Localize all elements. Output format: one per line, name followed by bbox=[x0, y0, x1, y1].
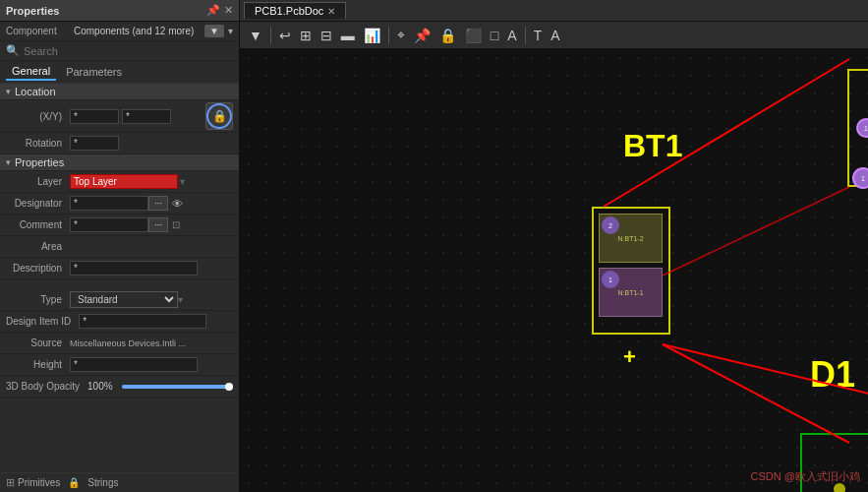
type-select[interactable]: Standard bbox=[70, 291, 178, 308]
pcb-tabbar: PCB1.PcbDoc ✕ bbox=[240, 0, 868, 22]
bt1-pad1-label: N:BT1-1 bbox=[617, 289, 643, 296]
filter-button[interactable]: ▼ bbox=[204, 25, 224, 37]
toolbar-a2-btn[interactable]: A bbox=[548, 26, 562, 45]
tab-general[interactable]: General bbox=[6, 63, 56, 81]
toolbar-back-btn[interactable]: ↩ bbox=[276, 26, 294, 45]
toolbar-text2-btn[interactable]: T bbox=[531, 26, 546, 45]
opacity-bar[interactable] bbox=[122, 385, 233, 389]
panel-controls: 📌 ✕ bbox=[206, 4, 233, 17]
pin-icon[interactable]: 📌 bbox=[206, 4, 220, 17]
search-icon: 🔍 bbox=[6, 44, 20, 57]
section-properties-label: Properties bbox=[15, 156, 64, 168]
spacer bbox=[0, 279, 239, 289]
type-row: Type Standard ▾ bbox=[0, 289, 239, 311]
design-item-row: Design Item ID bbox=[0, 311, 239, 333]
toolbar-chart-btn[interactable]: 📊 bbox=[361, 26, 383, 45]
bt1-component: 2 N:BT1-2 1 N:BT1-1 bbox=[592, 207, 670, 335]
opacity-row: 3D Body Opacity 100% bbox=[0, 376, 239, 398]
designator-label: Designator bbox=[6, 198, 70, 209]
comment-eye-icon[interactable]: ⊡ bbox=[172, 219, 180, 230]
description-input[interactable] bbox=[70, 261, 198, 276]
type-dropdown-arrow-icon: ▾ bbox=[178, 294, 183, 305]
rotation-label: Rotation bbox=[6, 138, 70, 149]
design-item-label: Design Item ID bbox=[6, 316, 79, 327]
tab-strings-label: Strings bbox=[87, 477, 118, 488]
toolbar-bar-btn[interactable]: ▬ bbox=[338, 26, 358, 45]
toolbar-grid2-btn[interactable]: ⊟ bbox=[318, 26, 335, 45]
dropdown-arrow-icon: ▾ bbox=[228, 26, 233, 36]
height-input[interactable] bbox=[70, 357, 198, 372]
comment-input[interactable] bbox=[70, 217, 148, 232]
app-container: Properties 📌 ✕ Component Components (and… bbox=[0, 0, 868, 492]
comment-label: Comment bbox=[6, 219, 70, 230]
layer-select[interactable]: Top Layer bbox=[70, 174, 178, 189]
height-row: Height bbox=[0, 354, 239, 376]
lock-icon: 🔒 bbox=[212, 109, 227, 123]
d1-yellow-dot bbox=[834, 483, 845, 492]
search-row: 🔍 bbox=[0, 41, 239, 61]
section-location[interactable]: ▾ Location bbox=[0, 84, 239, 100]
pcb-toolbar: ▼ ↩ ⊞ ⊟ ▬ 📊 ⌖ 📌 🔒 ⬛ □ A T A bbox=[240, 22, 868, 49]
toolbar-pin-btn[interactable]: 📌 bbox=[411, 26, 434, 45]
toolbar-text-btn[interactable]: A bbox=[504, 26, 519, 45]
toolbar-snap-btn[interactable]: ⌖ bbox=[394, 25, 408, 45]
tab-primitives-label: Primitives bbox=[18, 477, 60, 488]
rotation-input[interactable] bbox=[70, 136, 119, 151]
designator-input[interactable] bbox=[70, 196, 148, 211]
pcb-canvas[interactable]: BT1 2 N:BT1-2 1 N:BT1-1 + bbox=[240, 49, 868, 492]
circle-marker-1: 1 bbox=[602, 271, 619, 288]
properties-panel: Properties 📌 ✕ Component Components (and… bbox=[0, 0, 240, 492]
red-lines-svg bbox=[240, 49, 868, 492]
bt1-plus: + bbox=[623, 344, 636, 370]
close-icon[interactable]: ✕ bbox=[224, 4, 233, 17]
description-row: Description bbox=[0, 258, 239, 279]
section-props-arrow-icon: ▾ bbox=[6, 157, 11, 167]
toolbar-lock-btn[interactable]: 🔒 bbox=[436, 26, 459, 45]
y-input[interactable] bbox=[122, 109, 171, 124]
eye-icon[interactable]: 👁 bbox=[172, 198, 183, 210]
circle-marker-2: 2 bbox=[602, 216, 619, 234]
x-input[interactable] bbox=[70, 109, 119, 124]
design-item-input[interactable] bbox=[79, 314, 206, 329]
opacity-handle[interactable] bbox=[225, 383, 233, 391]
bottom-tabs: ⊞ Primitives 🔒 Strings bbox=[0, 472, 239, 492]
xy-row: (X/Y) 🔒 bbox=[0, 100, 239, 133]
opacity-fill bbox=[122, 385, 233, 389]
toolbar-rect-btn[interactable]: □ bbox=[488, 26, 501, 45]
tab-parameters[interactable]: Parameters bbox=[60, 63, 128, 81]
pcb-tab-close-icon[interactable]: ✕ bbox=[327, 6, 335, 17]
panel-header: Properties 📌 ✕ bbox=[0, 0, 239, 22]
lock-button[interactable]: 🔒 bbox=[205, 102, 233, 130]
search-input[interactable] bbox=[24, 45, 233, 57]
rotation-row: Rotation bbox=[0, 133, 239, 154]
main-area: Properties 📌 ✕ Component Components (and… bbox=[0, 0, 868, 492]
area-row: Area bbox=[0, 236, 239, 258]
bt1-pad2-label: N:BT1-2 bbox=[617, 235, 643, 242]
pcb-tab-active[interactable]: PCB1.PcbDoc ✕ bbox=[244, 2, 346, 19]
source-row: Source Miscellaneous Devices.Intli ... bbox=[0, 333, 239, 354]
pcb-area: PCB1.PcbDoc ✕ ▼ ↩ ⊞ ⊟ ▬ 📊 ⌖ 📌 🔒 ⬛ □ A bbox=[240, 0, 868, 492]
toolbar-view-btn[interactable]: ⬛ bbox=[462, 26, 485, 45]
comment-ellipsis-button[interactable]: ··· bbox=[148, 217, 168, 232]
component-row: Component Components (and 12 more) ▼ ▾ bbox=[0, 22, 239, 41]
source-label: Source bbox=[6, 338, 70, 348]
toolbar-sep-1 bbox=[270, 27, 271, 44]
toolbar-filter-btn[interactable]: ▼ bbox=[246, 26, 265, 45]
tab-primitives[interactable]: ⊞ Primitives bbox=[6, 476, 60, 489]
tab-strings[interactable]: Strings bbox=[87, 477, 118, 488]
designator-row: Designator ··· 👁 bbox=[0, 193, 239, 215]
toolbar-grid-btn[interactable]: ⊞ bbox=[297, 26, 315, 45]
component-value: Components (and 12 more) bbox=[74, 26, 201, 36]
section-properties[interactable]: ▾ Properties bbox=[0, 154, 239, 171]
bt1-pad1: 1 N:BT1-1 bbox=[599, 268, 663, 317]
d1-label: D1 bbox=[810, 354, 855, 396]
bt1-pad2: 2 N:BT1-2 bbox=[599, 214, 663, 263]
section-arrow-icon: ▾ bbox=[6, 87, 11, 96]
diode1-circle: 1 bbox=[856, 118, 868, 138]
lock-small-icon: 🔒 bbox=[68, 477, 80, 488]
layer-dropdown-arrow-icon: ▾ bbox=[180, 176, 185, 187]
watermark: CSDN @欧入式旧小鸡 bbox=[751, 469, 860, 484]
height-label: Height bbox=[6, 359, 70, 370]
designator-ellipsis-button[interactable]: ··· bbox=[148, 196, 168, 211]
component-label: Component bbox=[6, 26, 70, 36]
